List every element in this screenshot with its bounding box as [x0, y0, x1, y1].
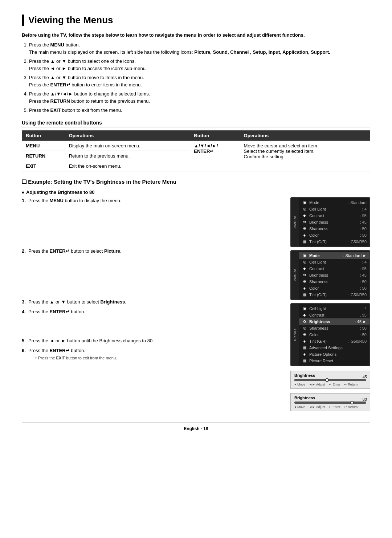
brightness-hl-value: : 45 ►	[355, 319, 367, 324]
color3-label: Color	[309, 333, 358, 337]
brightness2-value: : 45	[360, 273, 367, 277]
color2-label: Color	[309, 286, 358, 290]
menu-row-contrast3: ◆ Contrast . 95	[299, 312, 369, 318]
op-return: Return to the previous menu.	[65, 151, 190, 161]
sharpness2-icon: ❋	[302, 279, 307, 284]
tint3-icon: ◈	[302, 339, 307, 344]
sidebar-label-1: Picture	[293, 216, 297, 228]
menu-row-contrast2: ◆ Contrast : 95	[299, 265, 369, 272]
tint-icon: ▦	[302, 239, 307, 244]
example-title: Example: Setting the TV's Brightness in …	[22, 179, 370, 185]
remote-control-table: Button Operations Button Operations MENU…	[22, 130, 370, 171]
btn-return: RETURN	[22, 151, 65, 161]
op-nav: Move the cursor and select an item.Selec…	[240, 140, 370, 171]
contrast2-value: : 95	[360, 266, 367, 271]
tv-sidebar-1: Picture	[291, 198, 299, 246]
remote-section-title: Using the remote control buttons	[22, 120, 370, 127]
brightness-hl-label: Brightness	[309, 319, 353, 324]
sidebar-label-3: Picture	[293, 328, 297, 341]
op-menu: Display the main on-screen menu.	[65, 140, 190, 151]
op-exit: Exit the on-screen menu.	[65, 161, 190, 171]
celllight-label: Cell Light	[309, 207, 360, 211]
color-icon: ◈	[302, 233, 307, 238]
menu-row-tint2: ▦ Tint (G/R) : G50/R50	[299, 292, 369, 298]
sharpness-label: Sharpness	[309, 227, 358, 231]
btn-menu: MENU	[22, 140, 65, 151]
left-column: 1. Press the MENU button to display the …	[22, 197, 279, 411]
contrast-icon: ◆	[302, 213, 307, 218]
menu-row-pictureoptions: ◈ Picture Options	[299, 351, 369, 358]
celllight2-icon: ◎	[302, 260, 307, 265]
col-header-operations1: Operations	[65, 130, 190, 140]
mode-value: : Standard	[348, 200, 367, 205]
mode-label: Mode	[309, 200, 346, 205]
advanced-label: Advanced Settings	[309, 346, 364, 350]
tv-menu-2: Picture ▣ Mode : Standard ► ◎ Cell Light…	[290, 250, 370, 300]
tv-sidebar-3: Picture	[291, 304, 299, 366]
return-ctrl-2: ↩ Return	[344, 405, 358, 409]
sharpness-icon: ❋	[302, 226, 307, 231]
ex-step-6: 6. Press the ENTER↵ button. ☞ Press the …	[22, 347, 279, 361]
move-ctrl-1: ● Move	[294, 383, 305, 386]
menu-row-color3: ❋ Color : 50	[299, 331, 369, 338]
tint-value: : G50/R50	[348, 240, 367, 244]
page-title: Viewing the Menus	[22, 15, 370, 26]
menu-row-sharpness2: ❋ Sharpness : 50	[299, 278, 369, 285]
step-5: Press the EXIT button to exit from the m…	[29, 107, 370, 114]
menu-row-sharpness3: ◎ Sharpness : 50	[299, 325, 369, 331]
tint-label: Tint (G/R)	[309, 240, 346, 244]
celllight-icon: ◎	[302, 207, 307, 212]
brightness-bar-title-1: Brightness	[294, 373, 366, 378]
example-section: Example: Setting the TV's Brightness in …	[22, 179, 370, 411]
return-ctrl-1: ↩ Return	[344, 383, 358, 386]
sharpness3-label: Sharpness	[309, 326, 358, 330]
celllight2-value: : 4	[362, 260, 367, 264]
celllight2-label: Cell Light	[309, 260, 360, 264]
ex-step-2: 2. Press the ENTER↵ button to select Pic…	[22, 248, 279, 255]
brightness-label: Brightness	[309, 220, 358, 224]
menu-row-advanced: ▦ Advanced Settings	[299, 345, 369, 351]
contrast-value: : 95	[360, 213, 367, 218]
brightness2-icon: ✿	[302, 273, 307, 278]
mode-hl-label: Mode	[309, 253, 341, 258]
slider-track-2	[294, 402, 366, 404]
picturereset-label: Picture Reset	[309, 359, 364, 363]
menu-row-brightness-hl: ✿ Brightness : 45 ►	[299, 318, 369, 325]
contrast3-value: . 95	[360, 313, 367, 317]
example-steps-list: 1. Press the MENU button to display the …	[22, 197, 279, 362]
picturereset-icon: ▦	[302, 358, 307, 363]
col-header-operations2: Operations	[240, 130, 370, 140]
menu-row-color2: ◈ Color : 50	[299, 285, 369, 292]
table-row: MENU Display the main on-screen menu. ▲/…	[22, 140, 370, 151]
step-1: Press the MENU button. The main menu is …	[29, 41, 370, 56]
step-4: Press the ▲/▼/◄/► button to change the s…	[29, 90, 370, 105]
brightness-hl-icon: ✿	[302, 319, 307, 324]
btn-nav: ▲/▼/◄/►/ENTER↵	[190, 140, 240, 171]
menu-row-mode: ▣ Mode : Standard	[299, 199, 369, 206]
menu-row-mode-hl: ▣ Mode : Standard ►	[299, 252, 369, 259]
step-2: Press the ▲ or ▼ button to select one of…	[29, 58, 370, 72]
brightness-icon: ✿	[302, 220, 307, 225]
col-header-button2: Button	[190, 130, 240, 140]
main-steps-list: Press the MENU button. The main menu is …	[29, 41, 370, 114]
brightness-slider-80: Brightness 80 ● Move ◄► Adjust ↵ Enter ↩…	[290, 393, 370, 411]
slider-fill-1	[294, 379, 327, 381]
color3-value: : 50	[360, 333, 367, 337]
right-column: Picture ▣ Mode : Standard ◎ Cell Light :…	[290, 197, 370, 411]
sidebar-label-2: Picture	[293, 269, 297, 281]
brightness2-label: Brightness	[309, 273, 358, 277]
menu-content-2: ▣ Mode : Standard ► ◎ Cell Light : 4 ◆ C…	[299, 251, 369, 299]
menu-row-sharpness: ❋ Sharpness : 50	[299, 225, 369, 232]
bar-controls-1: ● Move ◄► Adjust ↵ Enter ↩ Return	[294, 383, 366, 386]
col-header-button1: Button	[22, 130, 65, 140]
slider-track-1	[294, 379, 366, 381]
tint2-value: : G50/R50	[348, 293, 367, 297]
brightness-slider-45: Brightness 45 ● Move ◄► Adjust ↵ Enter ↩…	[290, 371, 370, 389]
contrast3-icon: ◆	[302, 313, 307, 318]
brightness-bar-title-2: Brightness	[294, 396, 366, 400]
adjust-ctrl-1: ◄► Adjust	[309, 383, 325, 386]
tint2-label: Tint (G/R)	[309, 293, 346, 297]
menu-content-3: ▣ Cell Light : 4 ◆ Contrast . 95 ✿ Brigh…	[299, 304, 369, 366]
menu-content-1: ▣ Mode : Standard ◎ Cell Light : 4 ◆ Con…	[299, 198, 369, 246]
slider-thumb-1	[325, 378, 329, 382]
